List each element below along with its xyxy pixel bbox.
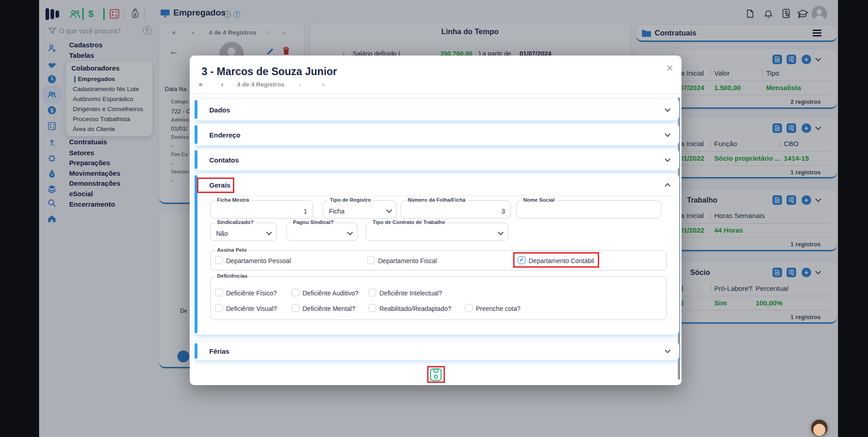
field-label: Número da Folha/Ficha	[406, 197, 467, 203]
checkbox-deficiente-fisico[interactable]	[215, 289, 223, 296]
checkbox-reabilitado[interactable]	[368, 304, 376, 312]
checkbox-deficiente-mental[interactable]	[292, 304, 299, 312]
fieldset-legend: Assina Pelo	[215, 247, 248, 253]
modal-pager-first[interactable]: «	[199, 80, 202, 88]
field-label: Pagou Sindical?	[291, 219, 335, 225]
field-value: 1	[303, 208, 307, 215]
field-label: Nome Social	[521, 197, 556, 203]
tipo-contrato-select[interactable]: Tipo de Contrato de Trabalho	[366, 223, 508, 241]
nome-social-field[interactable]: Nome Social	[516, 200, 661, 218]
section-label: Dados	[209, 106, 230, 113]
checkbox-deficiente-visual[interactable]	[215, 304, 223, 312]
select-chevron-icon	[266, 229, 272, 235]
numero-folha-field[interactable]: Número da Folha/Ficha 3	[401, 200, 511, 218]
field-label: Tipo de Registro	[328, 197, 373, 203]
checkbox-label: Deficiênte Mental?	[303, 305, 355, 312]
annotation-highlight-save	[427, 366, 445, 383]
modal-pager-prev[interactable]: ‹	[221, 80, 223, 88]
section-label: Férias	[209, 347, 229, 355]
section-label: Endereço	[209, 131, 240, 138]
gerais-divider	[200, 196, 673, 196]
checkbox-departamento-pessoal[interactable]	[215, 256, 223, 264]
modal-pager-text: 4 de 4 Registros	[237, 81, 284, 88]
employee-detail-modal: 3 - Marcos de Souza Junior × « ‹ 4 de 4 …	[190, 56, 681, 385]
pagou-sindical-select[interactable]: Pagou Sindical?	[286, 223, 358, 241]
section-ferias[interactable]: Férias	[194, 341, 679, 361]
fieldset-legend: Deficiências	[215, 273, 249, 279]
modal-title: 3 - Marcos de Souza Junior	[202, 66, 337, 78]
section-contatos[interactable]: Contatos	[194, 148, 679, 171]
checkbox-label: Deficiênte Intelectual?	[379, 290, 442, 297]
checkbox-label: Deficiênte Visual?	[226, 305, 277, 312]
select-chevron-icon	[386, 207, 392, 213]
checkbox-label: Deficiênte Auditivo?	[303, 290, 358, 297]
assistant-avatar[interactable]	[811, 420, 828, 436]
modal-pager-next[interactable]: ›	[299, 80, 301, 88]
expand-chevron-icon	[665, 131, 671, 137]
section-label: Contatos	[209, 156, 239, 163]
checkbox-label: Reabilitado/Readaptado?	[379, 305, 451, 312]
checkbox-preenche-cota[interactable]	[465, 304, 473, 312]
field-value: 3	[501, 208, 505, 215]
checkbox-deficiente-intelectual[interactable]	[368, 289, 376, 296]
field-value: Ficha	[329, 208, 344, 215]
field-label: Tipo de Contrato de Trabalho	[371, 219, 447, 225]
checkbox-label: Preenche cota?	[476, 305, 520, 312]
collapse-chevron-icon[interactable]	[665, 183, 671, 189]
expand-chevron-icon	[665, 347, 671, 353]
expand-chevron-icon	[665, 106, 671, 112]
tipo-registro-select[interactable]: Tipo de Registro Ficha	[323, 200, 397, 218]
field-label: Ficha Mestra	[215, 197, 251, 203]
modal-header-divider	[190, 94, 681, 94]
section-endereco[interactable]: Endereço	[194, 123, 679, 146]
checkbox-deficiente-auditivo[interactable]	[292, 289, 299, 296]
screen: $ O que você procura? ? $ $ Cadastros Ta…	[0, 0, 868, 437]
checkbox-label: Departamento Fiscal	[378, 257, 437, 264]
section-gerais: Gerais Ficha Mestra 1 Tipo de Registro F…	[194, 173, 679, 335]
annotation-highlight-gerais	[197, 178, 234, 193]
select-chevron-icon	[498, 229, 504, 235]
checkbox-departamento-fiscal[interactable]	[367, 256, 375, 264]
annotation-highlight-contabil	[513, 252, 599, 268]
checkbox-label: Departamento Pessoal	[226, 257, 291, 264]
field-label: Sindicalizado?	[215, 219, 256, 225]
deficiencias-fieldset: Deficiências	[210, 276, 667, 320]
expand-chevron-icon	[665, 156, 671, 162]
close-icon[interactable]: ×	[666, 61, 673, 75]
section-dados[interactable]: Dados	[194, 98, 679, 121]
modal-pager-last[interactable]: »	[321, 80, 325, 88]
field-value: Não	[216, 230, 228, 237]
checkbox-label: Deficiênte Físico?	[226, 290, 277, 297]
sindicalizado-select[interactable]: Sindicalizado? Não	[210, 223, 277, 241]
select-chevron-icon	[347, 229, 353, 235]
ficha-mestra-field[interactable]: Ficha Mestra 1	[210, 200, 313, 218]
